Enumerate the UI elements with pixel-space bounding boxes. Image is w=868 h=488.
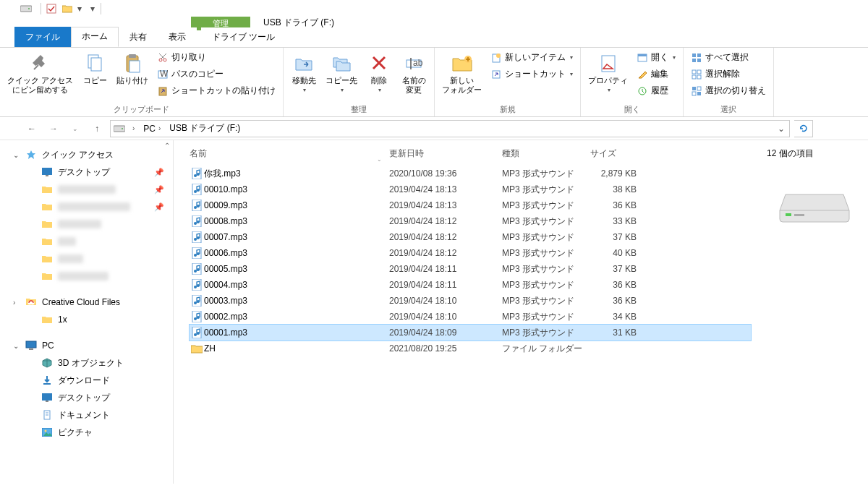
breadcrumb-root-chevron[interactable]: › — [127, 124, 140, 132]
file-row[interactable]: 00004.mp32019/04/24 18:11MP3 形式サウンド36 KB — [190, 277, 751, 293]
properties-button[interactable]: プロパティ▾ — [585, 50, 631, 95]
nav-recent-dropdown[interactable]: ⌄ — [67, 120, 84, 137]
file-row[interactable]: 00006.mp32019/04/24 18:12MP3 形式サウンド40 KB — [190, 245, 751, 261]
cut-button[interactable]: 切り取り — [154, 50, 278, 65]
pin-quick-access-button[interactable]: クイック アクセス にピン留めする — [4, 50, 76, 96]
tree-desktop2[interactable]: デスクトップ — [0, 389, 173, 406]
copy-to-button[interactable]: コピー先▾ — [323, 50, 360, 95]
qat-dropdown-icon[interactable]: ▾ — [76, 1, 83, 16]
nav-forward-button[interactable]: → — [45, 120, 62, 137]
chevron-down-icon: ▾ — [570, 71, 573, 77]
tree-item[interactable]: 📌 — [0, 198, 173, 215]
history-button[interactable]: 履歴 — [634, 83, 678, 98]
invert-selection-button[interactable]: 選択の切り替え — [688, 83, 769, 98]
file-row[interactable]: 00008.mp32019/04/24 18:12MP3 形式サウンド33 KB — [190, 213, 751, 229]
chevron-down-icon: ▾ — [303, 87, 306, 93]
folder-icon — [41, 218, 54, 231]
file-row[interactable]: 00010.mp32019/04/24 18:13MP3 形式サウンド38 KB — [190, 181, 751, 197]
svg-rect-32 — [697, 59, 701, 62]
file-date: 2019/04/24 18:12 — [389, 216, 502, 226]
navigation-pane[interactable]: ⌃ ⌄ クイック アクセス デスクトップ📌 📌 📌 ›Creative Clou… — [0, 140, 174, 484]
svg-point-89 — [197, 332, 200, 335]
column-header-size[interactable]: サイズ — [590, 147, 644, 160]
edit-button[interactable]: 編集 — [634, 67, 678, 82]
tree-creative-cloud[interactable]: ›Creative Cloud Files — [0, 294, 173, 311]
new-shortcut-button[interactable]: ショートカット▾ — [488, 67, 576, 82]
tree-documents[interactable]: ドキュメント — [0, 406, 173, 424]
file-row[interactable]: 00003.mp32019/04/24 18:10MP3 形式サウンド36 KB — [190, 293, 751, 309]
file-name: 00004.mp3 — [204, 280, 389, 290]
main-area: ⌃ ⌄ クイック アクセス デスクトップ📌 📌 📌 ›Creative Clou… — [0, 140, 868, 484]
file-row[interactable]: 00009.mp32019/04/24 18:13MP3 形式サウンド36 KB — [190, 197, 751, 213]
pc-icon — [25, 339, 38, 352]
file-row[interactable]: 你我.mp32020/10/08 19:36MP3 形式サウンド2,879 KB — [190, 166, 751, 181]
tab-file[interactable]: ファイル — [14, 27, 71, 47]
column-header-type[interactable]: 種類 — [502, 147, 590, 160]
copy-button[interactable]: コピー — [79, 50, 111, 87]
tab-home[interactable]: ホーム — [71, 27, 119, 47]
tree-item[interactable] — [0, 250, 173, 267]
chevron-down-icon[interactable]: ⌄ — [13, 342, 22, 350]
qat-folder-icon[interactable] — [60, 1, 75, 16]
svg-point-10 — [163, 59, 166, 61]
tree-item[interactable] — [0, 267, 173, 285]
tree-pc[interactable]: ⌄PC — [0, 337, 173, 354]
file-row[interactable]: ZH2021/08/20 19:25ファイル フォルダー — [190, 341, 751, 356]
file-list[interactable]: 名前⌄ 更新日時 種類 サイズ 你我.mp32020/10/08 19:36MP… — [174, 140, 761, 484]
new-folder-button[interactable]: 新しい フォルダー — [439, 50, 485, 96]
breadcrumb-segment[interactable]: PC› — [140, 124, 166, 134]
paste-button[interactable]: 貼り付け — [114, 50, 151, 87]
tree-quick-access[interactable]: ⌄ クイック アクセス — [0, 146, 173, 163]
file-row[interactable]: 00002.mp32019/04/24 18:10MP3 形式サウンド34 KB — [190, 309, 751, 325]
nav-up-button[interactable]: ↑ — [88, 120, 106, 137]
tab-view[interactable]: 表示 — [158, 27, 197, 47]
svg-rect-27 — [638, 54, 647, 56]
new-item-button[interactable]: 新しいアイテム▾ — [488, 50, 576, 65]
paste-shortcut-button[interactable]: ショートカットの貼り付け — [154, 83, 278, 98]
move-to-button[interactable]: 移動先▾ — [288, 50, 320, 95]
rename-button[interactable]: ab名前の 変更 — [398, 50, 430, 96]
drive-large-icon — [778, 181, 851, 225]
file-size: 2,879 KB — [590, 168, 637, 179]
delete-button[interactable]: 削除▾ — [363, 50, 395, 95]
tree-3d-objects[interactable]: 3D オブジェクト — [0, 354, 173, 372]
chevron-down-icon: ▾ — [378, 87, 381, 93]
file-row[interactable]: 00005.mp32019/04/24 18:11MP3 形式サウンド37 KB — [190, 261, 751, 277]
tab-share[interactable]: 共有 — [119, 27, 158, 47]
tree-downloads[interactable]: ダウンロード — [0, 372, 173, 389]
file-type: MP3 形式サウンド — [502, 279, 590, 291]
tree-pictures[interactable]: ピクチャ — [0, 424, 173, 441]
open-button[interactable]: 開く▾ — [634, 50, 678, 65]
qat-checkbox-icon[interactable] — [44, 1, 59, 16]
file-size: 40 KB — [590, 248, 637, 258]
column-header-name[interactable]: 名前⌄ — [190, 147, 389, 160]
copy-path-button[interactable]: Wパスのコピー — [154, 67, 278, 82]
refresh-button[interactable] — [794, 120, 813, 137]
tree-desktop[interactable]: デスクトップ📌 — [0, 163, 173, 181]
select-all-button[interactable]: すべて選択 — [688, 50, 769, 65]
file-type: MP3 形式サウンド — [502, 247, 590, 260]
select-none-button[interactable]: 選択解除 — [688, 67, 769, 82]
address-dropdown-icon[interactable]: ⌄ — [775, 124, 788, 134]
tab-drive-tools[interactable]: ドライブ ツール — [201, 27, 286, 47]
qat-customize-icon[interactable]: ▾ — [89, 1, 96, 16]
file-date: 2019/04/24 18:12 — [389, 232, 502, 242]
tree-item[interactable] — [0, 215, 173, 233]
chevron-right-icon[interactable]: › — [13, 299, 22, 307]
chevron-down-icon[interactable]: ⌄ — [13, 151, 22, 159]
column-header-date[interactable]: 更新日時 — [389, 147, 502, 160]
file-row[interactable]: 00001.mp32019/04/24 18:09MP3 形式サウンド31 KB — [190, 325, 751, 341]
tree-item[interactable] — [0, 233, 173, 250]
svg-rect-39 — [692, 92, 696, 95]
address-bar[interactable]: › PC› USB ドライブ (F:) ⌄ — [110, 120, 790, 137]
svg-point-42 — [122, 128, 123, 129]
redacted-label — [58, 220, 101, 228]
file-row[interactable]: 00007.mp32019/04/24 18:12MP3 形式サウンド37 KB — [190, 229, 751, 245]
tree-1x[interactable]: 1x — [0, 311, 173, 328]
chevron-down-icon: ▾ — [673, 54, 676, 61]
audio-file-icon — [190, 278, 204, 291]
tree-item[interactable]: 📌 — [0, 181, 173, 198]
svg-rect-0 — [20, 6, 32, 12]
breadcrumb-segment[interactable]: USB ドライブ (F:) — [166, 122, 243, 134]
nav-back-button[interactable]: ← — [23, 120, 41, 137]
